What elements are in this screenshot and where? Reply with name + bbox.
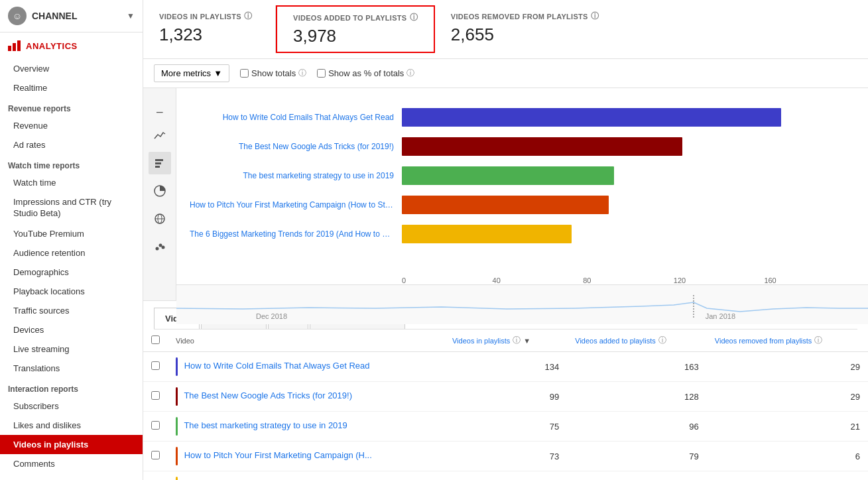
x-tick: 160 [764,276,855,284]
sidebar-item-comments[interactable]: Comments [0,454,143,473]
chart-icon-panel: ⎯ [143,88,176,300]
row-select-cell[interactable] [143,471,168,481]
show-totals-checkbox-label[interactable]: Show totals ⓘ [240,68,306,79]
show-totals-help-icon[interactable]: ⓘ [298,68,306,79]
sidebar-item-translations[interactable]: Translations [0,359,143,378]
line-chart-icon[interactable]: ⎯ [149,96,171,119]
row-color-indicator [176,447,178,465]
x-tick: 80 [583,276,674,284]
row-checkbox[interactable] [151,391,160,400]
sidebar-item-ad-rates[interactable]: Ad rates [0,135,143,154]
sidebar-item-demographics[interactable]: Demographics [0,263,143,282]
bar-label[interactable]: The best marketing strategy to use in 20… [190,171,402,180]
bar-label[interactable]: The 6 Biggest Marketing Trends for 2019 … [190,229,402,239]
sidebar-header[interactable]: ☺ CHANNEL ▼ [0,0,143,32]
data-table-container: Video Videos in playlists ⓘ ▼ Videos add… [143,330,868,480]
timeline-label-left: Dec 2018 [256,312,287,320]
help-in-playlists-icon[interactable]: ⓘ [513,335,521,346]
sidebar-item-overview[interactable]: Overview [0,59,143,78]
sidebar-item-live-streaming[interactable]: Live streaming [0,339,143,359]
more-metrics-button[interactable]: More metrics ▼ [154,64,229,82]
bar-fill [402,196,609,214]
sidebar-item-sharing[interactable]: Sharing [0,473,143,480]
stat-videos-added-value: 3,978 [293,26,418,46]
sidebar-item-likes-dislikes[interactable]: Likes and dislikes [0,416,143,435]
bar-row: The 6 Biggest Marketing Trends for 2019 … [190,225,855,243]
bar-row: The best marketing strategy to use in 20… [190,166,855,185]
row-color-indicator [176,417,178,436]
stat-videos-in-playlists-label: VIDEOS IN PLAYLISTS ⓘ [159,11,259,22]
stat-videos-in-playlists: VIDEOS IN PLAYLISTS ⓘ 1,323 [143,5,276,53]
bar-label[interactable]: The Best New Google Ads Tricks (for 2019… [190,142,402,151]
scatter-chart-icon[interactable] [149,235,171,258]
geo-chart-icon[interactable] [149,208,171,230]
bar-row: How to Write Cold Emails That Always Get… [190,108,855,127]
pie-chart-icon[interactable] [149,180,171,202]
row-in-playlists: 99 [444,382,567,412]
sidebar-item-youtube-premium[interactable]: YouTube Premium [0,224,143,243]
area-chart-icon[interactable] [149,124,171,147]
analytics-text: ANALYTICS [26,41,78,51]
video-link[interactable]: The Best New Google Ads Tricks (for 2019… [184,390,352,400]
row-in-playlists: 134 [444,352,567,382]
table-row: The Best New Google Ads Tricks (for 2019… [143,382,868,412]
bar-label[interactable]: How to Pitch Your First Marketing Campai… [190,200,402,210]
sidebar-item-revenue[interactable]: Revenue [0,116,143,135]
stat-videos-removed: VIDEOS REMOVED FROM PLAYLISTS ⓘ 2,655 [435,5,615,53]
stat-videos-added-label: VIDEOS ADDED TO PLAYLISTS ⓘ [293,12,418,23]
show-as-pct-checkbox-label[interactable]: Show as % of totals ⓘ [317,68,414,79]
help-icon-added[interactable]: ⓘ [410,12,418,23]
row-removed: 6 [707,442,868,471]
row-checkbox[interactable] [151,421,160,430]
svg-point-7 [155,247,158,251]
row-video-title: The Best New Google Ads Tricks (for 2019… [168,382,444,412]
sidebar-item-playback-locations[interactable]: Playback locations [0,282,143,301]
channel-name: CHANNEL [32,11,127,21]
sidebar-item-traffic-sources[interactable]: Traffic sources [0,301,143,320]
bar-chart-horiz-icon[interactable] [149,152,171,174]
sidebar-item-videos-in-playlists[interactable]: Videos in playlists [0,435,143,454]
select-all-checkbox-cell[interactable] [143,330,168,352]
sidebar-item-audience-retention[interactable]: Audience retention [0,243,143,263]
sidebar-item-realtime[interactable]: Realtime [0,78,143,97]
row-select-cell[interactable] [143,352,168,382]
help-removed-icon[interactable]: ⓘ [814,335,822,346]
sidebar-item-impressions[interactable]: Impressions and CTR (try Studio Beta) [0,192,143,224]
chart-area: ⎯ [143,88,868,300]
row-select-cell[interactable] [143,442,168,471]
svg-rect-2 [155,166,160,168]
stat-videos-removed-label: VIDEOS REMOVED FROM PLAYLISTS ⓘ [451,11,599,22]
show-as-pct-checkbox[interactable] [317,69,326,78]
interaction-section-label: Interaction reports [0,378,143,396]
row-removed: 29 [707,382,868,412]
bar-container [402,225,855,243]
row-checkbox[interactable] [151,361,160,370]
row-in-playlists: 73 [444,442,567,471]
help-icon-removed[interactable]: ⓘ [591,11,599,22]
show-totals-checkbox[interactable] [240,69,249,78]
x-tick: 40 [493,276,584,284]
table-row: How to Pitch Your First Marketing Campai… [143,442,868,471]
video-link[interactable]: How to Pitch Your First Marketing Campai… [184,450,372,460]
svg-rect-1 [155,162,161,164]
row-select-cell[interactable] [143,382,168,412]
row-video-title: How to Pitch Your First Marketing Campai… [168,442,444,471]
sidebar-item-watch-time[interactable]: Watch time [0,173,143,192]
col-header-in-playlists: Videos in playlists ⓘ ▼ [444,330,567,352]
sidebar-item-subscribers[interactable]: Subscribers [0,396,143,416]
video-link[interactable]: The best marketing strategy to use in 20… [184,420,347,430]
sidebar-item-devices[interactable]: Devices [0,320,143,339]
x-axis: 04080120160 [402,274,855,284]
row-select-cell[interactable] [143,412,168,442]
bar-label[interactable]: How to Write Cold Emails That Always Get… [190,113,402,122]
video-link[interactable]: How to Write Cold Emails That Always Get… [184,361,370,371]
help-added-icon[interactable]: ⓘ [658,335,666,346]
sort-icon[interactable]: ▼ [523,337,530,345]
select-all-checkbox[interactable] [151,335,160,344]
help-icon[interactable]: ⓘ [244,11,252,22]
svg-point-8 [158,244,162,247]
row-removed: 21 [707,412,868,442]
bar-container [402,166,855,185]
row-checkbox[interactable] [151,451,160,459]
show-as-pct-help-icon[interactable]: ⓘ [406,68,414,79]
